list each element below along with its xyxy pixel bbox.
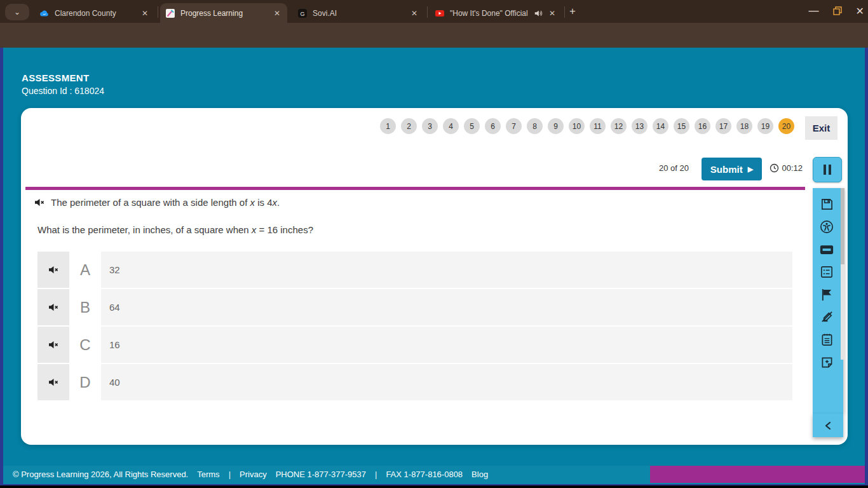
eliminator-icon[interactable] (813, 238, 841, 261)
question-line-2: What is the perimeter, in inches, of a s… (37, 224, 313, 235)
add-note-icon[interactable] (813, 351, 841, 374)
screen: ⌄ Clarendon County ✕ Progress Learning ✕… (0, 0, 868, 488)
accessibility-icon[interactable] (813, 215, 841, 238)
question-number-9[interactable]: 9 (548, 118, 564, 134)
answer-option-B[interactable]: B64 (37, 289, 792, 325)
question-id-label: Question Id : 618024 (22, 86, 104, 96)
screen-bottom-strip (0, 485, 868, 488)
question-number-20[interactable]: 20 (778, 118, 794, 134)
save-icon[interactable] (813, 193, 841, 215)
tab-youtube[interactable]: "How It's Done" Official Lyri ✕ (430, 3, 562, 23)
question-number-11[interactable]: 11 (590, 118, 606, 134)
question-number-7[interactable]: 7 (506, 118, 522, 134)
question-number-19[interactable]: 19 (757, 118, 773, 134)
option-letter: B (69, 289, 101, 325)
submit-button[interactable]: Submit▶ (702, 158, 762, 180)
terms-link[interactable]: Terms (197, 470, 219, 479)
magenta-divider (25, 187, 805, 190)
option-letter: A (69, 252, 101, 288)
question-number-18[interactable]: 18 (736, 118, 752, 134)
pause-icon (824, 165, 826, 175)
option-text: 64 (101, 289, 792, 325)
flag-icon[interactable] (813, 283, 841, 306)
collapse-sidebar-button[interactable] (813, 414, 843, 437)
tab-divider (158, 6, 158, 18)
question-number-3[interactable]: 3 (422, 118, 438, 134)
pause-button[interactable] (813, 157, 842, 182)
option-text: 40 (101, 364, 792, 400)
sidebar-scrollbar[interactable] (841, 188, 844, 360)
youtube-icon (435, 8, 445, 18)
question-number-1[interactable]: 1 (380, 118, 396, 134)
question-number-16[interactable]: 16 (695, 118, 710, 134)
assessment-title: ASSESSMENT (22, 72, 89, 83)
progress-learning-icon (165, 8, 175, 18)
window-close-button[interactable]: ✕ (856, 5, 864, 17)
answer-option-A[interactable]: A32 (37, 252, 792, 288)
sovi-ai-icon: G (297, 8, 308, 18)
question-number-13[interactable]: 13 (632, 118, 648, 134)
tab-divider (564, 6, 565, 18)
privacy-link[interactable]: Privacy (240, 470, 267, 479)
tab-title: Clarendon County (55, 9, 116, 18)
worksheet-icon[interactable] (813, 261, 841, 283)
question-text: What is the perimeter, in inches, of a s… (37, 224, 313, 235)
option-text: 16 (101, 327, 792, 363)
page-content: ASSESSMENT Question Id : 618024 12345678… (0, 48, 868, 485)
option-muted-speaker-icon[interactable] (37, 327, 69, 363)
question-counter: 20 of 20 (659, 163, 689, 173)
answer-option-D[interactable]: D40 (37, 364, 792, 400)
tab-sovi-ai[interactable]: G Sovi.AI ✕ (292, 3, 424, 23)
svg-text:G: G (300, 10, 304, 17)
notepad-icon[interactable] (813, 329, 841, 351)
question-number-8[interactable]: 8 (527, 118, 543, 134)
question-number-12[interactable]: 12 (611, 118, 627, 134)
option-muted-speaker-icon[interactable] (37, 289, 69, 325)
question-text: The perimeter of a square with a side le… (51, 197, 280, 208)
clock-icon (770, 163, 779, 173)
answer-options: A32B64C16D40 (37, 252, 792, 402)
question-number-17[interactable]: 17 (715, 118, 731, 134)
tab-title: "How It's Done" Official Lyri (450, 9, 529, 18)
blog-link[interactable]: Blog (471, 470, 488, 479)
tools-sidebar (813, 188, 843, 414)
window-minimize-button[interactable]: — (809, 5, 819, 17)
chevron-left-icon (824, 421, 832, 430)
window-restore-button[interactable] (833, 6, 842, 15)
question-number-10[interactable]: 10 (569, 118, 585, 134)
tab-close-icon[interactable]: ✕ (548, 8, 557, 18)
timer: 00:12 (770, 163, 803, 173)
question-number-4[interactable]: 4 (443, 118, 459, 134)
tab-audio-icon[interactable] (534, 9, 543, 18)
new-tab-button[interactable]: + (569, 5, 576, 18)
question-number-15[interactable]: 15 (674, 118, 689, 134)
option-text: 32 (101, 252, 792, 288)
answer-option-C[interactable]: C16 (37, 327, 792, 363)
no-highlight-icon[interactable] (813, 306, 841, 328)
question-number-nav: 1234567891011121314151617181920 (380, 118, 794, 134)
browser-toolbar: ← → ↻ app.progresslearning.com/middleSch… (0, 23, 868, 48)
option-muted-speaker-icon[interactable] (37, 252, 69, 288)
muted-speaker-icon[interactable] (34, 198, 45, 207)
question-number-5[interactable]: 5 (464, 118, 480, 134)
browser-tab-strip: ⌄ Clarendon County ✕ Progress Learning ✕… (0, 0, 868, 23)
tab-close-icon[interactable]: ✕ (272, 8, 282, 18)
progress-row: 20 of 20 Submit▶ 00:12 (21, 158, 848, 180)
tab-progress-learning[interactable]: Progress Learning ✕ (160, 3, 287, 23)
footer-magenta-block (650, 466, 865, 483)
tab-title: Sovi.AI (313, 9, 337, 18)
fax-text: FAX 1-877-816-0808 (386, 470, 463, 479)
tab-clarendon-county[interactable]: Clarendon County ✕ (34, 3, 155, 23)
tab-close-icon[interactable]: ✕ (140, 8, 150, 18)
tab-divider (427, 6, 428, 18)
question-number-14[interactable]: 14 (653, 118, 668, 134)
option-letter: D (69, 364, 101, 400)
option-muted-speaker-icon[interactable] (37, 364, 69, 400)
tab-search-button[interactable]: ⌄ (5, 4, 29, 20)
exit-button[interactable]: Exit (805, 116, 837, 140)
cloud-icon (39, 8, 50, 18)
option-letter: C (69, 327, 101, 363)
tab-close-icon[interactable]: ✕ (409, 8, 419, 18)
question-number-2[interactable]: 2 (401, 118, 417, 134)
question-number-6[interactable]: 6 (485, 118, 501, 134)
